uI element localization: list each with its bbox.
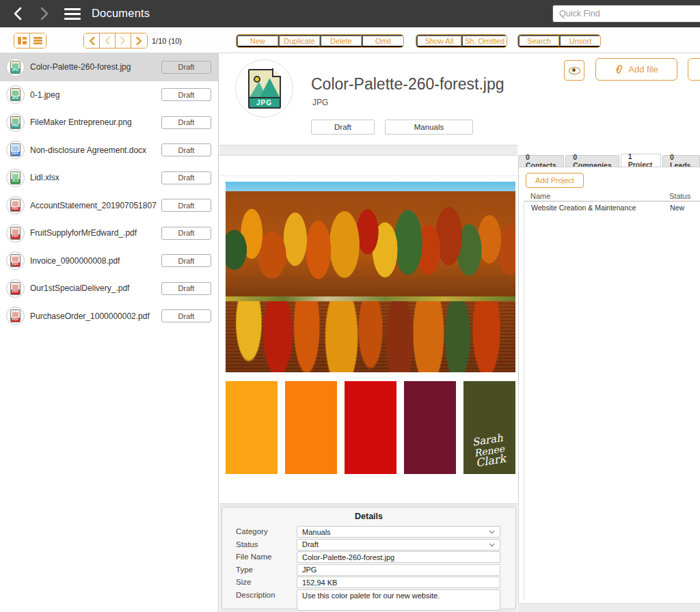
document-list: JPGColor-Palette-260-forest.jpgDraftJPG0… <box>0 53 219 612</box>
chevron-left-icon <box>13 7 22 20</box>
details-title: Details <box>222 512 515 521</box>
palette-swatch-3 <box>345 381 396 474</box>
status-badge[interactable]: Draft <box>161 254 211 267</box>
portal-headers: Name Status <box>519 192 700 201</box>
status-badge[interactable]: Draft <box>311 120 375 135</box>
file-name: PurchaseOrder_1000000002.pdf <box>30 311 161 321</box>
preview-button[interactable] <box>564 60 584 81</box>
status-badge[interactable]: Draft <box>161 143 211 156</box>
menu-icon[interactable] <box>64 8 81 20</box>
toolbar-button-unsort[interactable]: Unsort <box>559 35 600 47</box>
related-panel: Add Project Name Status Website Creation… <box>518 167 700 603</box>
details-panel: Details CategoryManualsStatusDraftFile N… <box>221 507 516 609</box>
tab--contacts[interactable]: 0 Contacts <box>518 155 564 167</box>
image-preview[interactable] <box>226 182 515 372</box>
status-badge[interactable]: Draft <box>161 88 211 101</box>
list-item[interactable]: PDFFruitSupplyforMrEdward_.pdfDraft <box>0 219 218 247</box>
photo-shoreline <box>226 296 515 301</box>
tab--leads[interactable]: 0 Leads <box>662 155 700 167</box>
list-item[interactable]: PDFInvoice_0900000008.pdfDraft <box>0 247 218 275</box>
status-badge[interactable]: Draft <box>161 61 211 74</box>
pdf-file-icon: PDF <box>6 251 25 270</box>
list-view-icon <box>33 37 42 44</box>
status-badge[interactable]: Draft <box>161 116 211 129</box>
view-toggle-group <box>14 33 46 48</box>
size-field[interactable]: 152,94 KB <box>297 576 500 588</box>
photo-trees <box>226 191 515 298</box>
form-view-icon <box>18 37 27 44</box>
column-header-status: Status <box>669 192 690 200</box>
details-section: Details CategoryManualsStatusDraftFile N… <box>219 503 517 612</box>
category-field[interactable]: Manuals <box>297 526 500 538</box>
next-record-button[interactable] <box>116 33 131 48</box>
quick-find-input[interactable] <box>552 5 700 23</box>
file-name: FileMaker Entrepreneur.png <box>30 117 161 127</box>
jpg-file-icon: JPG <box>6 58 25 76</box>
status-badge[interactable]: Draft <box>161 227 211 240</box>
pdf-file-icon: PDF <box>6 224 25 242</box>
category-badge[interactable]: Manuals <box>385 120 473 135</box>
record-header: JPG Color-Palette-260-forest.jpg JPG Dra… <box>219 53 700 145</box>
list-item[interactable]: PDFOur1stSpecialDelivery_.pdfDraft <box>0 275 218 303</box>
pdf-file-icon: PDF <box>6 307 25 325</box>
search-group: SearchUnsort <box>517 34 601 48</box>
toolbar-button-duplicate[interactable]: Duplicate <box>278 35 320 47</box>
list-item[interactable]: JPG0-1.jpegDraft <box>0 81 218 109</box>
file-type-label: JPG <box>312 98 328 107</box>
type-field[interactable]: JPG <box>297 564 500 576</box>
found-set-group: Show AllSh. Omitted <box>416 34 507 48</box>
list-item[interactable]: DOCNon-disclosure Agreement.docxDraft <box>0 137 218 165</box>
form-view-button[interactable] <box>14 33 30 48</box>
list-item[interactable]: PDFAccountStatement_201907051807Draft <box>0 192 218 220</box>
tab--project[interactable]: 1 Project <box>621 154 661 167</box>
project-portal: Website Creation & MaintenanceNew <box>524 201 700 600</box>
list-view-button[interactable] <box>30 33 46 48</box>
chevron-first-icon <box>89 37 95 45</box>
list-item[interactable]: PDFPurchaseOrder_1000000002.pdfDraft <box>0 303 218 331</box>
add-project-button[interactable]: Add Project <box>526 173 584 188</box>
status-badge[interactable]: Draft <box>161 309 211 322</box>
back-button[interactable] <box>8 5 26 22</box>
forward-button[interactable] <box>36 5 53 22</box>
palette-swatch-5: SarahReneeClark <box>463 381 515 474</box>
titlebar: Documents <box>0 0 700 27</box>
column-header-name: Name <box>530 192 550 200</box>
status-badge[interactable]: Draft <box>161 171 211 184</box>
palette-swatch-1 <box>226 381 278 474</box>
clipped-action-button[interactable] <box>688 58 700 81</box>
toolbar-button-show-all[interactable]: Show All <box>416 35 461 47</box>
toolbar-button-sh-omitted[interactable]: Sh. Omitted <box>461 35 507 47</box>
toolbar-button-search[interactable]: Search <box>518 35 559 47</box>
record-nav-group <box>83 33 148 48</box>
previous-record-button[interactable] <box>100 33 116 48</box>
pdf-file-icon: PDF <box>6 279 25 298</box>
paperclip-icon <box>613 63 625 76</box>
png-file-icon: PNG <box>6 113 25 132</box>
list-item[interactable]: JPGColor-Palette-260-forest.jpgDraft <box>0 53 218 81</box>
add-file-button[interactable]: Add file <box>595 58 677 81</box>
file-name: 0-1.jpeg <box>30 90 161 100</box>
signature-text: SarahReneeClark <box>461 431 517 471</box>
status-badge[interactable]: Draft <box>161 199 211 212</box>
list-item[interactable]: PNGFileMaker Entrepreneur.pngDraft <box>0 109 218 137</box>
file-name-field[interactable]: Color-Palette-260-forest.jpg <box>297 551 500 563</box>
chevron-prev-icon <box>105 37 110 44</box>
tab--companies[interactable]: 0 Companies <box>565 155 619 167</box>
field-label-status: Status <box>236 539 297 548</box>
toolbar-button-omit[interactable]: Omit <box>362 35 403 47</box>
file-name: Lidl.xlsx <box>30 173 161 182</box>
file-name: Invoice_0900000008.pdf <box>30 256 161 266</box>
status-field[interactable]: Draft <box>297 539 500 551</box>
list-item[interactable]: XLSLidl.xlsxDraft <box>0 164 218 192</box>
jpg-file-icon: JPG <box>248 69 281 109</box>
toolbar-button-delete[interactable]: Delete <box>320 35 362 47</box>
field-label-size: Size <box>236 576 297 586</box>
eye-icon <box>569 67 580 74</box>
toolbar-button-new[interactable]: New <box>237 35 278 47</box>
status-badge[interactable]: Draft <box>161 282 211 295</box>
photo-reflection <box>226 301 515 372</box>
table-row[interactable]: Website Creation & MaintenanceNew <box>524 201 700 213</box>
description-field[interactable]: Use this color palete for our new websit… <box>297 589 500 611</box>
last-record-button[interactable] <box>131 33 147 48</box>
first-record-button[interactable] <box>84 33 100 48</box>
